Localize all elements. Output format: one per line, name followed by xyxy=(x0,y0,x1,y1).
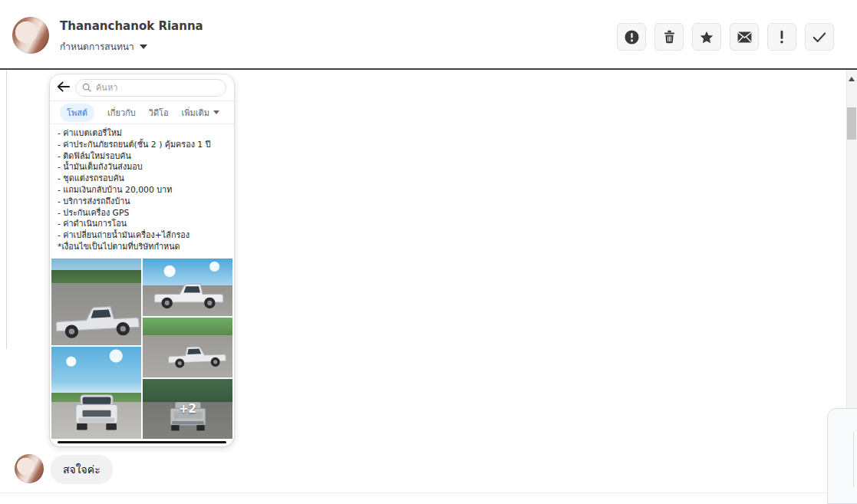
post-line: - ประกันเครื่อง GPS xyxy=(58,208,234,219)
shared-page-attachment[interactable]: โพสต์ เกี่ยวกับ วิดีโอ เพิ่มเติม - ค่าแบ… xyxy=(50,74,234,446)
star-button[interactable] xyxy=(692,23,721,51)
conversation-schedule-dropdown[interactable]: กำหนดการสนทนา xyxy=(60,39,147,54)
vertical-scrollbar-thumb[interactable] xyxy=(847,107,856,140)
messenger-conversation-screen: Thananchanok Rianna กำหนดการสนทนา xyxy=(0,0,857,504)
truck-photo-shape xyxy=(68,391,125,433)
chevron-down-icon xyxy=(213,110,219,114)
truck-photo-shape xyxy=(51,298,141,343)
page-search-field[interactable] xyxy=(75,79,226,97)
more-photos-overlay[interactable]: +2 xyxy=(143,379,232,439)
bottom-divider xyxy=(0,492,827,493)
post-photo-grid: +2 xyxy=(51,259,232,439)
photo-truck-rear[interactable]: +2 xyxy=(143,379,232,439)
photo-truck-front-quarter[interactable] xyxy=(51,259,141,345)
truck-photo-shape xyxy=(164,341,231,371)
contact-avatar xyxy=(12,17,49,54)
tab-posts[interactable]: โพสต์ xyxy=(60,104,94,122)
search-input[interactable] xyxy=(96,83,211,93)
truck-photo-shape xyxy=(148,278,227,311)
conversation-header: Thananchanok Rianna กำหนดการสนทนา xyxy=(0,0,857,70)
envelope-icon xyxy=(737,31,752,43)
screenshot-home-bar xyxy=(58,441,226,443)
attachment-search-bar xyxy=(50,74,234,101)
post-line: - ค่าแบตเตอรี่ใหม่ xyxy=(58,128,234,140)
sender-avatar xyxy=(15,454,44,483)
post-line: - น้ำมันเต็มถังวันส่งมอบ xyxy=(58,162,234,173)
conversation-schedule-label: กำหนดการสนทนา xyxy=(60,39,134,54)
photo-truck-side[interactable] xyxy=(143,259,232,316)
post-line: - แถมเงินกลับบ้าน 20,000 บาท xyxy=(58,185,234,196)
more-photos-count: +2 xyxy=(179,402,196,416)
star-icon xyxy=(700,31,714,44)
tab-more[interactable]: เพิ่มเติม xyxy=(182,106,219,120)
exclamation-icon xyxy=(780,30,784,44)
incoming-message-row: สจใจค่ะ xyxy=(15,454,113,484)
search-icon xyxy=(82,81,91,95)
post-line: - ค่าเปลี่ยนถ่ายน้ำมันเครื่อง+ไส้กรอง xyxy=(58,230,234,242)
scrollbar-up-arrow[interactable] xyxy=(849,77,855,81)
post-line: - บริการส่งรถถึงบ้าน xyxy=(58,196,234,208)
chevron-down-icon xyxy=(140,44,147,49)
mark-unread-button[interactable] xyxy=(730,23,759,51)
post-line: *เงื่อนไขเป็นไปตามที่บริษัทกำหนด xyxy=(58,242,234,253)
back-button[interactable] xyxy=(57,81,72,94)
report-button[interactable] xyxy=(617,23,646,51)
post-line: - ติดฟิล์มใหม่รอบคัน xyxy=(58,151,234,163)
header-action-bar xyxy=(617,23,834,51)
alert-circle-icon xyxy=(625,30,639,44)
message-bubble: สจใจค่ะ xyxy=(51,455,113,484)
spam-button[interactable] xyxy=(767,23,796,51)
floating-panel-divider xyxy=(853,432,854,487)
photo-truck-front[interactable] xyxy=(51,347,141,439)
post-line: - ค่าดำเนินการโอน xyxy=(58,219,234,230)
delete-button[interactable] xyxy=(654,23,684,51)
post-text-block: - ค่าแบตเตอรี่ใหม่ - ค่าประกันภัยรถยนต์(… xyxy=(50,124,234,253)
trash-icon xyxy=(664,30,675,44)
floating-panel[interactable] xyxy=(827,408,857,504)
post-line: - ชุดแต่งรถรอบคัน xyxy=(58,173,234,185)
tab-about[interactable]: เกี่ยวกับ xyxy=(107,106,136,120)
tab-videos[interactable]: วิดีโอ xyxy=(149,106,169,120)
check-icon xyxy=(813,31,826,43)
done-button[interactable] xyxy=(805,23,834,51)
contact-name: Thananchanok Rianna xyxy=(60,19,203,33)
page-tab-bar: โพสต์ เกี่ยวกับ วิดีโอ เพิ่มเติม xyxy=(50,101,234,124)
photo-truck-rear-quarter[interactable] xyxy=(143,318,232,377)
post-line: - ค่าประกันภัยรถยนต์(ชั้น 2 ) คุ้มครอง 1… xyxy=(58,140,234,151)
back-arrow-icon xyxy=(57,81,70,95)
